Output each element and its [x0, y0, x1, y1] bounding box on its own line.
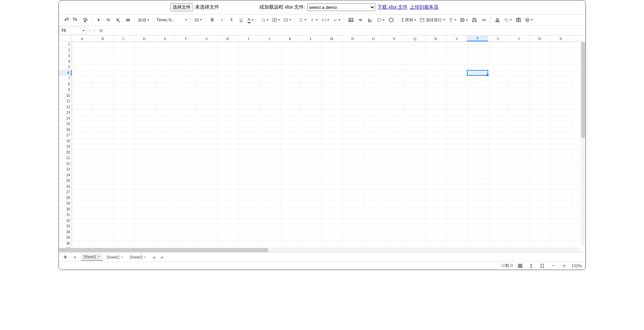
- column-header-S[interactable]: S: [447, 35, 468, 41]
- print-dropdown[interactable]: [524, 16, 534, 24]
- row-header-36[interactable]: 36: [59, 241, 72, 247]
- row-header-18[interactable]: 18: [59, 138, 72, 144]
- column-headers[interactable]: ABCDEFGHIJKLMNOPQRSTUVWX: [72, 35, 581, 42]
- upload-server-link[interactable]: 上传到服务器: [410, 4, 439, 10]
- download-xlsx-link[interactable]: 下载 xlsx 文件: [377, 4, 408, 10]
- row-header-35[interactable]: 35: [59, 235, 72, 241]
- redo-button[interactable]: [71, 16, 80, 24]
- column-header-G[interactable]: G: [197, 35, 218, 41]
- chevron-down-icon[interactable]: [144, 257, 146, 258]
- strikethrough-button[interactable]: T: [227, 16, 236, 24]
- spreadsheet-grid[interactable]: ABCDEFGHIJKLMNOPQRSTUVWX 123456789101112…: [59, 35, 586, 252]
- column-header-J[interactable]: J: [259, 35, 280, 41]
- row-header-22[interactable]: 22: [59, 161, 72, 167]
- find-dropdown[interactable]: [503, 16, 513, 24]
- sheet-tab-sheet2[interactable]: Sheet2: [104, 254, 126, 261]
- row-header-29[interactable]: 29: [59, 201, 72, 207]
- autosum-dropdown[interactable]: Σ求和: [400, 16, 418, 24]
- filter-dropdown[interactable]: [447, 16, 458, 24]
- row-header-28[interactable]: 28: [59, 195, 72, 201]
- italic-button[interactable]: I: [217, 16, 226, 24]
- column-header-V[interactable]: V: [509, 35, 530, 41]
- column-header-Q[interactable]: Q: [405, 35, 426, 41]
- fill-handle[interactable]: [486, 74, 489, 76]
- fill-color-dropdown[interactable]: [259, 16, 270, 24]
- horizontal-scrollbar[interactable]: [59, 248, 581, 252]
- column-header-L[interactable]: L: [301, 35, 322, 41]
- bold-button[interactable]: B: [208, 16, 217, 24]
- column-header-R[interactable]: R: [426, 35, 447, 41]
- format-painter-button[interactable]: [81, 16, 90, 24]
- row-header-4[interactable]: 4: [59, 59, 72, 65]
- column-header-E[interactable]: E: [155, 35, 176, 41]
- horizontal-scroll-thumb[interactable]: [59, 248, 269, 252]
- cells-area[interactable]: [72, 42, 581, 246]
- zoom-in-button[interactable]: +: [560, 262, 568, 270]
- vertical-scrollbar[interactable]: [581, 42, 586, 246]
- row-header-23[interactable]: 23: [59, 167, 72, 173]
- sheet-nav-prev[interactable]: ◄: [151, 255, 157, 259]
- chevron-down-icon[interactable]: [98, 256, 100, 258]
- row-header-3[interactable]: 3: [59, 53, 72, 59]
- row-header-9[interactable]: 9: [59, 87, 72, 93]
- horizontal-align-dropdown[interactable]: [297, 16, 308, 24]
- font-size-dropdown[interactable]: 10: [193, 16, 203, 24]
- percent-button[interactable]: %: [104, 16, 113, 24]
- text-rotation-dropdown[interactable]: A: [331, 16, 342, 24]
- view-pagebreak-button[interactable]: [538, 262, 546, 270]
- row-header-32[interactable]: 32: [59, 218, 72, 224]
- row-header-16[interactable]: 16: [59, 127, 72, 133]
- row-header-10[interactable]: 10: [59, 93, 72, 99]
- row-header-15[interactable]: 15: [59, 121, 72, 127]
- row-header-21[interactable]: 21: [59, 155, 72, 161]
- font-color-dropdown[interactable]: A: [246, 16, 255, 24]
- column-header-A[interactable]: A: [72, 35, 93, 41]
- row-header-1[interactable]: 1: [59, 42, 72, 48]
- split-button[interactable]: [480, 16, 489, 24]
- column-header-K[interactable]: K: [280, 35, 301, 41]
- row-headers[interactable]: 1234567891011121314151617181920212223242…: [59, 42, 72, 246]
- row-header-24[interactable]: 24: [59, 173, 72, 178]
- screenshot-button[interactable]: [514, 16, 523, 24]
- insert-chart-button[interactable]: [366, 16, 375, 24]
- row-header-27[interactable]: 27: [59, 189, 72, 195]
- vertical-align-dropdown[interactable]: [309, 16, 319, 24]
- formula-input[interactable]: [103, 27, 585, 34]
- formula-confirm-button[interactable]: ✓: [92, 28, 96, 33]
- row-header-8[interactable]: 8: [59, 82, 72, 87]
- column-header-C[interactable]: C: [114, 35, 135, 41]
- increase-decimal-button[interactable]: [123, 16, 132, 24]
- currency-button[interactable]: ¥: [94, 16, 103, 24]
- merge-cells-dropdown[interactable]: [282, 16, 293, 24]
- row-header-6[interactable]: 6: [59, 70, 72, 76]
- column-header-T[interactable]: T: [467, 35, 488, 41]
- column-header-B[interactable]: B: [93, 35, 114, 41]
- row-header-26[interactable]: 26: [59, 184, 72, 190]
- formula-cancel-button[interactable]: ×: [88, 28, 91, 33]
- chevron-down-icon[interactable]: [121, 257, 123, 258]
- cut-button[interactable]: [493, 16, 502, 24]
- row-header-12[interactable]: 12: [59, 104, 72, 110]
- number-format-dropdown[interactable]: 自动: [137, 16, 151, 24]
- row-header-11[interactable]: 11: [59, 99, 72, 104]
- row-header-17[interactable]: 17: [59, 133, 72, 138]
- name-box[interactable]: T6: [60, 27, 86, 34]
- underline-button[interactable]: U: [237, 16, 246, 24]
- row-header-2[interactable]: 2: [59, 48, 72, 53]
- view-page-button[interactable]: [527, 262, 535, 270]
- comment-dropdown[interactable]: [375, 16, 386, 24]
- freeze-dropdown[interactable]: 冻结首行: [418, 16, 447, 24]
- select-all-corner[interactable]: [59, 35, 72, 42]
- row-header-20[interactable]: 20: [59, 150, 72, 156]
- zoom-out-button[interactable]: −: [549, 262, 557, 270]
- demo-select[interactable]: select a demo: [307, 3, 375, 11]
- all-sheets-button[interactable]: ≡: [71, 254, 79, 261]
- column-header-D[interactable]: D: [134, 35, 155, 41]
- decrease-decimal-button[interactable]: [114, 16, 122, 24]
- row-header-5[interactable]: 5: [59, 64, 72, 70]
- add-sheet-button[interactable]: +: [62, 254, 69, 261]
- font-family-dropdown[interactable]: Times N...: [155, 16, 189, 24]
- row-header-7[interactable]: 7: [59, 76, 72, 82]
- table-dropdown[interactable]: [459, 16, 469, 24]
- data-validation-button[interactable]: [387, 16, 396, 24]
